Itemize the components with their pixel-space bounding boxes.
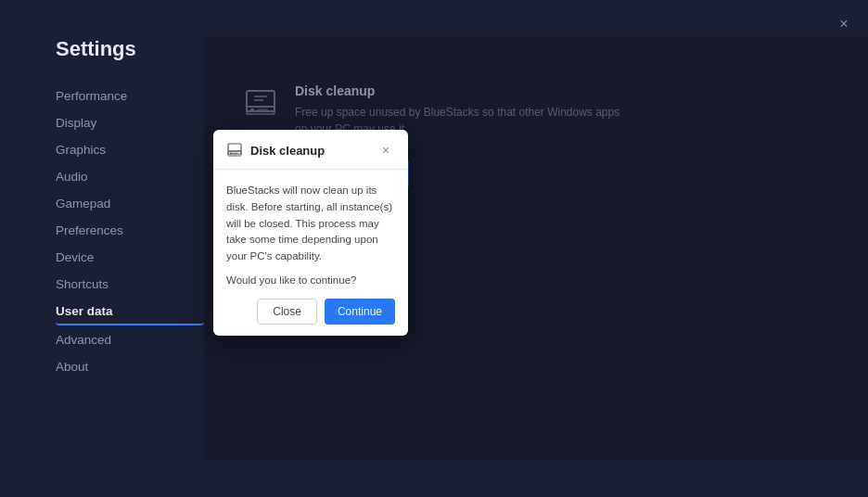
modal-header-left: Disk cleanup (226, 142, 325, 159)
sidebar-item-audio[interactable]: Audio (56, 164, 204, 189)
svg-rect-10 (230, 153, 233, 155)
modal-disk-icon (226, 142, 243, 159)
sidebar-item-display[interactable]: Display (56, 110, 204, 135)
modal-close-button[interactable]: Close (257, 299, 317, 325)
modal-actions: Close Continue (226, 299, 395, 325)
main-content: Disk cleanup Free up space unused by Blu… (204, 37, 868, 460)
svg-rect-11 (234, 153, 238, 155)
sidebar: Settings Performance Display Graphics Au… (56, 37, 204, 460)
modal-continue-button[interactable]: Continue (325, 299, 395, 325)
modal-title: Disk cleanup (250, 144, 325, 158)
modal-close-x-button[interactable]: × (377, 141, 395, 159)
modal-header: Disk cleanup × (213, 130, 408, 170)
modal-body: BlueStacks will now clean up its disk. B… (213, 170, 408, 336)
sidebar-item-about[interactable]: About (56, 354, 204, 379)
modal-body-text: BlueStacks will now clean up its disk. B… (226, 183, 395, 265)
sidebar-item-graphics[interactable]: Graphics (56, 137, 204, 162)
settings-container: Settings Performance Display Graphics Au… (0, 0, 868, 497)
sidebar-item-shortcuts[interactable]: Shortcuts (56, 272, 204, 297)
sidebar-item-preferences[interactable]: Preferences (56, 218, 204, 243)
svg-rect-7 (228, 144, 241, 154)
sidebar-item-gamepad[interactable]: Gamepad (56, 191, 204, 216)
sidebar-item-advanced[interactable]: Advanced (56, 327, 204, 352)
sidebar-item-user-data[interactable]: User data (56, 299, 204, 325)
modal-question-text: Would you like to continue? (226, 274, 395, 286)
sidebar-item-device[interactable]: Device (56, 245, 204, 270)
sidebar-item-performance[interactable]: Performance (56, 83, 204, 108)
modal-overlay: Disk cleanup × BlueStacks will now clean… (204, 37, 868, 460)
disk-cleanup-modal: Disk cleanup × BlueStacks will now clean… (213, 130, 408, 336)
window-close-button[interactable]: × (833, 13, 855, 35)
settings-title: Settings (56, 37, 204, 61)
sidebar-nav: Performance Display Graphics Audio Gamep… (56, 83, 204, 379)
